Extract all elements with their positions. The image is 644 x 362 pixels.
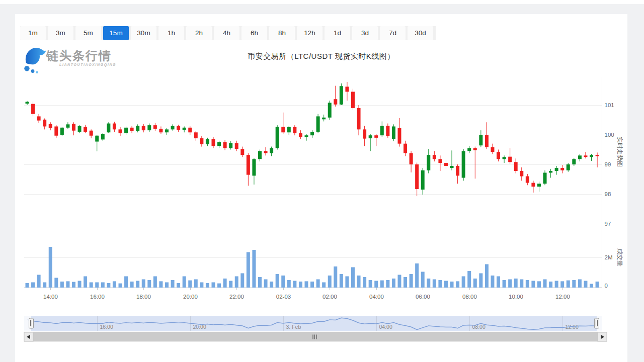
scrollbar[interactable]: [24, 332, 607, 341]
volume-bar: [147, 280, 151, 288]
volume-axis-label: 2M: [605, 254, 613, 260]
time-axis-label: 04:00: [369, 294, 384, 300]
candle-body: [37, 116, 41, 120]
candle-body: [95, 136, 99, 142]
volume-bar: [328, 276, 332, 288]
candle-body: [72, 124, 75, 131]
candle-body: [514, 162, 518, 171]
chart-gridlines: [24, 106, 602, 258]
candle-body: [560, 168, 564, 170]
candle-body: [229, 143, 232, 148]
candle-body: [444, 163, 448, 166]
volume-bar: [118, 284, 122, 288]
navigator[interactable]: 16:0020:003. Feb04:0008:0012:00: [24, 316, 602, 331]
volume-bar: [206, 283, 209, 288]
candle-body: [438, 159, 442, 163]
candle-body: [66, 124, 69, 127]
volume-bar: [415, 263, 419, 288]
candle-body: [520, 171, 523, 176]
candle-body: [293, 127, 296, 133]
candle-body: [345, 86, 349, 92]
volume-bar: [49, 247, 52, 288]
candle-body: [572, 159, 576, 164]
volume-bar: [567, 281, 570, 288]
candle-body: [473, 148, 477, 150]
candle-body: [147, 125, 151, 130]
volume-bar: [107, 283, 110, 288]
candle-body: [537, 184, 541, 187]
candle-body: [101, 134, 105, 140]
scrollbar-left-button[interactable]: [24, 332, 33, 341]
candle-body: [276, 127, 279, 148]
candle-body: [211, 139, 215, 146]
candle-body: [43, 120, 46, 127]
volume-bar: [497, 277, 500, 288]
candle-body: [206, 139, 209, 144]
volume-bar: [340, 274, 343, 288]
candle-body: [130, 128, 134, 131]
candle-body: [531, 183, 535, 187]
volume-bar: [485, 264, 489, 288]
volume-bar: [211, 283, 215, 288]
candle-body: [223, 142, 227, 148]
volume-bar: [456, 281, 459, 288]
navigator-right-handle[interactable]: [595, 318, 599, 328]
volume-bar: [351, 267, 355, 288]
candle-body: [584, 155, 587, 157]
candle-body: [107, 124, 110, 133]
candle-body: [31, 104, 35, 114]
volume-series: [26, 247, 599, 288]
scrollbar-thumb[interactable]: [24, 332, 607, 341]
candle-body: [165, 129, 169, 132]
candle-body: [26, 102, 29, 104]
candle-body: [299, 133, 302, 137]
volume-bar: [130, 282, 134, 288]
volume-bar: [101, 283, 105, 288]
volume-bar: [194, 280, 198, 288]
kline-chart[interactable]: 14:0016:0018:0020:0022:0002-0302:0004:00…: [15, 14, 627, 362]
volume-bar: [31, 283, 35, 288]
time-axis-label: 06:00: [416, 294, 430, 300]
volume-bar: [26, 283, 29, 288]
volume-bar: [188, 281, 192, 288]
candle-body: [340, 86, 343, 105]
candle-body: [386, 126, 389, 136]
volume-bar: [113, 281, 116, 288]
navigator-left-handle[interactable]: [29, 318, 34, 328]
price-axis-label: 101: [605, 102, 614, 108]
candle-body: [142, 126, 145, 130]
time-axis: 14:0016:0018:0020:0022:0002-0302:0004:00…: [43, 288, 570, 300]
candle-body: [526, 176, 529, 183]
volume-bar: [95, 283, 99, 288]
scrollbar-right-button[interactable]: [598, 332, 607, 341]
volume-bar: [369, 280, 372, 288]
volume-bar: [264, 280, 268, 288]
volume-bar: [281, 276, 285, 288]
volume-bar: [299, 282, 302, 288]
volume-bar: [473, 279, 477, 288]
time-axis-label: 02-03: [276, 294, 291, 300]
candle-body: [567, 164, 570, 170]
volume-bar: [72, 282, 75, 288]
candle-body: [113, 124, 116, 130]
volume-bar: [531, 281, 535, 288]
volume-bar: [270, 282, 273, 288]
volume-bar: [380, 281, 384, 288]
volume-bar: [43, 283, 46, 288]
candle-body: [217, 142, 221, 146]
candle-body: [78, 126, 82, 132]
volume-bar: [316, 280, 320, 288]
volume-bar: [142, 280, 145, 288]
volume-bar: [310, 282, 314, 288]
candle-body: [549, 171, 552, 173]
volume-bar: [537, 281, 541, 288]
candle-body: [310, 132, 314, 135]
candle-body: [421, 170, 425, 190]
candle-body: [427, 155, 430, 170]
time-axis-label: 22:00: [229, 294, 244, 300]
candle-body: [177, 126, 180, 130]
candle-body: [543, 173, 547, 184]
volume-bar: [590, 284, 593, 288]
candle-body: [264, 151, 268, 153]
volume-bar: [258, 277, 262, 288]
